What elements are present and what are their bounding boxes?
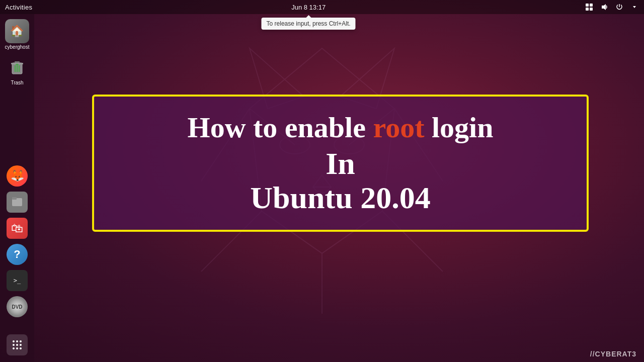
- banner-line1: How to enable root login: [114, 112, 567, 144]
- svg-point-26: [13, 340, 15, 342]
- svg-rect-16: [590, 4, 593, 7]
- trash-label: Trash: [11, 80, 23, 85]
- dock-item-dvd[interactable]: DVD: [5, 295, 29, 319]
- banner-prefix: How to enable: [188, 111, 373, 144]
- volume-icon[interactable]: [600, 3, 609, 12]
- terminal-icon: >_: [7, 270, 28, 291]
- network-icon[interactable]: [585, 3, 594, 12]
- topbar-right: [585, 3, 639, 12]
- svg-point-31: [20, 344, 22, 346]
- dock-item-terminal[interactable]: >_: [5, 268, 29, 293]
- svg-point-27: [16, 340, 18, 342]
- topbar-dropdown-icon[interactable]: [630, 3, 639, 12]
- grid-icon: [7, 334, 28, 355]
- dock-item-trash[interactable]: Trash: [5, 55, 29, 85]
- svg-point-29: [13, 344, 15, 346]
- banner-suffix: login: [424, 111, 493, 144]
- svg-point-32: [13, 347, 15, 349]
- clock: Jun 8 13:17: [291, 4, 326, 11]
- dock-item-help[interactable]: ?: [5, 242, 29, 266]
- svg-point-34: [20, 347, 22, 349]
- banner-root-word: root: [373, 111, 424, 144]
- banner: How to enable root login In Ubuntu 20.04: [92, 95, 589, 232]
- banner-line2: In: [114, 146, 567, 180]
- dock-item-appstore[interactable]: 🛍: [5, 216, 29, 240]
- topbar: Activities Jun 8 13:17 To release input,…: [0, 0, 644, 14]
- svg-rect-18: [590, 8, 593, 11]
- dock-item-cyberghost[interactable]: 🏠 cyberghost: [5, 19, 30, 50]
- appstore-icon: 🛍: [7, 218, 28, 239]
- svg-rect-15: [586, 4, 589, 7]
- banner-line3: Ubuntu 20.04: [114, 180, 567, 215]
- tooltip: To release input, press Ctrl+Alt.: [262, 18, 356, 30]
- svg-point-30: [16, 344, 18, 346]
- dvd-icon: DVD: [7, 296, 28, 317]
- dock-item-firefox[interactable]: 🦊: [5, 164, 29, 188]
- help-icon: ?: [7, 244, 28, 265]
- svg-marker-19: [602, 4, 606, 10]
- firefox-icon: 🦊: [7, 165, 28, 187]
- svg-rect-17: [586, 8, 589, 11]
- files-icon: [7, 192, 28, 213]
- show-applications-button[interactable]: [5, 333, 29, 357]
- dock-item-files[interactable]: [5, 190, 29, 214]
- topbar-center: Jun 8 13:17 To release input, press Ctrl…: [291, 4, 326, 11]
- svg-point-28: [20, 340, 22, 342]
- watermark: //CYBERAT3: [590, 350, 636, 358]
- svg-marker-20: [633, 6, 636, 8]
- cyberghost-label: cyberghost: [5, 44, 30, 50]
- activities-label[interactable]: Activities: [5, 4, 32, 11]
- dock: 🏠 cyberghost Trash 🦊: [0, 14, 34, 362]
- cyberghost-icon: 🏠: [5, 19, 29, 43]
- power-icon[interactable]: [615, 3, 624, 12]
- trash-icon: [5, 55, 29, 79]
- svg-rect-25: [12, 197, 17, 200]
- desktop: Activities Jun 8 13:17 To release input,…: [0, 0, 644, 362]
- main-content: How to enable root login In Ubuntu 20.04…: [34, 14, 644, 362]
- svg-point-33: [16, 347, 18, 349]
